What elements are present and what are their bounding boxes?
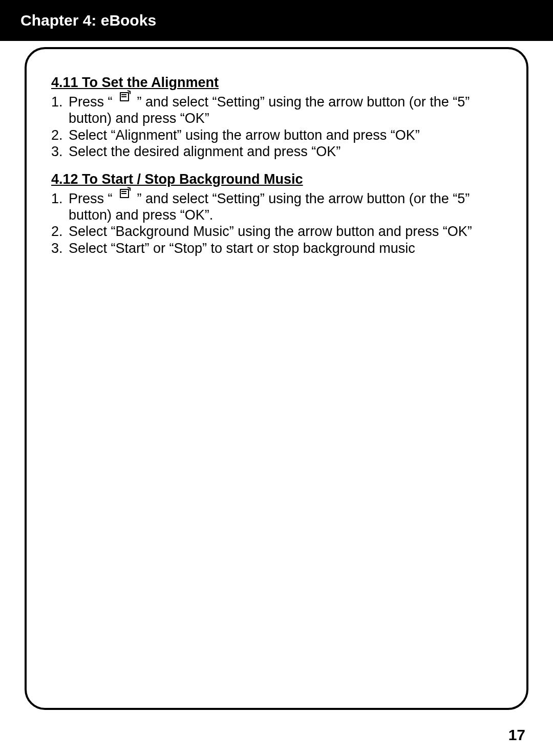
section-heading: 4.11 To Set the Alignment bbox=[51, 75, 508, 91]
content-frame: 4.11 To Set the Alignment 1. Press “” an… bbox=[25, 47, 528, 710]
chapter-title: Chapter 4: eBooks bbox=[20, 12, 156, 29]
steps-list: 1. Press “” and select “Setting” using t… bbox=[51, 190, 508, 257]
step-item: 1. Press “” and select “Setting” using t… bbox=[51, 190, 508, 224]
step-text-pre: Press “ bbox=[69, 191, 113, 206]
page-number: 17 bbox=[508, 726, 525, 744]
step-item: 3. Select “Start” or “Stop” to start or … bbox=[51, 240, 508, 256]
step-text-pre: Press “ bbox=[69, 94, 113, 110]
steps-list: 1. Press “” and select “Setting” using t… bbox=[51, 94, 508, 160]
step-number: 3. bbox=[51, 143, 63, 160]
step-number: 2. bbox=[51, 127, 63, 143]
menu-icon bbox=[120, 92, 130, 101]
section-alignment: 4.11 To Set the Alignment 1. Press “” an… bbox=[51, 75, 508, 160]
step-number: 3. bbox=[51, 240, 63, 256]
step-text: Select the desired alignment and press “… bbox=[69, 144, 341, 159]
step-text: Select “Start” or “Stop” to start or sto… bbox=[69, 241, 415, 256]
chapter-header: Chapter 4: eBooks bbox=[0, 0, 553, 41]
section-heading: 4.12 To Start / Stop Background Music bbox=[51, 171, 508, 187]
step-item: 3. Select the desired alignment and pres… bbox=[51, 143, 508, 160]
menu-icon bbox=[120, 189, 130, 198]
step-number: 1. bbox=[51, 94, 63, 110]
step-item: 2. Select “Background Music” using the a… bbox=[51, 223, 508, 240]
page: Chapter 4: eBooks 4.11 To Set the Alignm… bbox=[0, 0, 553, 756]
step-text: Select “Alignment” using the arrow butto… bbox=[69, 127, 420, 143]
step-item: 2. Select “Alignment” using the arrow bu… bbox=[51, 127, 508, 143]
step-number: 2. bbox=[51, 223, 63, 240]
step-text: Select “Background Music” using the arro… bbox=[69, 224, 472, 239]
step-item: 1. Press “” and select “Setting” using t… bbox=[51, 94, 508, 127]
section-bg-music: 4.12 To Start / Stop Background Music 1.… bbox=[51, 171, 508, 257]
step-number: 1. bbox=[51, 190, 63, 207]
